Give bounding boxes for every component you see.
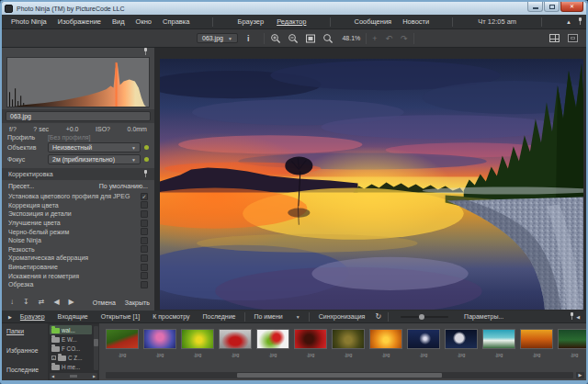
- scroll-right-icon[interactable]: ▶: [576, 372, 584, 378]
- refresh-icon[interactable]: ↻: [371, 312, 385, 321]
- thumbnail[interactable]: .jpg: [520, 329, 553, 357]
- cb-row-exposure[interactable]: Экспозиция и детали: [8, 209, 148, 219]
- panel-pin-icon[interactable]: [143, 48, 148, 56]
- thumbnail[interactable]: .jpg: [294, 329, 327, 357]
- nav-favorites[interactable]: Избранное: [6, 347, 48, 354]
- default-button[interactable]: По умолчанию...: [99, 183, 148, 189]
- cb-row-color-enhance[interactable]: Улучшение цвета: [8, 219, 148, 228]
- file-selector[interactable]: 063.jpg ▼: [197, 33, 238, 43]
- maximize-button[interactable]: [544, 2, 560, 12]
- filename-field[interactable]: 063.jpg: [6, 111, 151, 121]
- checkbox[interactable]: [141, 201, 148, 209]
- thumbnail-image[interactable]: [407, 329, 440, 349]
- zoom-out-icon[interactable]: [288, 33, 299, 44]
- lens-select[interactable]: Неизвестный ▼: [48, 142, 141, 152]
- zoom-level[interactable]: 48.1%: [342, 35, 360, 41]
- checkbox[interactable]: [141, 272, 148, 279]
- checkbox[interactable]: [141, 254, 148, 262]
- scroll-thumb[interactable]: [70, 375, 77, 378]
- thumbnail-image[interactable]: [332, 329, 365, 349]
- checkbox[interactable]: [141, 228, 148, 235]
- thumbnail-image[interactable]: [520, 329, 553, 349]
- menu-window[interactable]: Окно: [130, 17, 157, 26]
- focus-select[interactable]: 2м (приблизительно) ▼: [48, 154, 141, 164]
- close-panel-button[interactable]: Закрыть: [125, 299, 150, 306]
- scroll-thumb[interactable]: [94, 339, 98, 346]
- cb-row-color-correction[interactable]: Коррекция цвета: [8, 201, 148, 210]
- thumbnail-image[interactable]: [445, 329, 478, 349]
- thumbnail-scrollbar[interactable]: [106, 372, 573, 378]
- folder-row[interactable]: F CO...: [50, 344, 92, 353]
- scroll-right-icon[interactable]: ▶: [93, 374, 96, 378]
- thumbnail[interactable]: .jpg: [143, 329, 176, 357]
- cb-row-jpeg-profile[interactable]: Установка цветового профиля для JPEG✓: [8, 192, 148, 201]
- thumbnail-image[interactable]: [558, 329, 586, 349]
- checkbox[interactable]: ✓: [141, 193, 148, 200]
- thumbnail-image[interactable]: [181, 329, 214, 349]
- tab-browser[interactable]: Браузер: [232, 17, 271, 26]
- thumbnail-image[interactable]: [294, 329, 327, 349]
- scroll-thumb[interactable]: [237, 373, 443, 378]
- menu-view[interactable]: Вид: [107, 17, 130, 26]
- btab-review[interactable]: К просмотру: [146, 313, 196, 320]
- pin-icon[interactable]: [578, 17, 582, 26]
- btab-incoming[interactable]: Входящие: [51, 313, 95, 320]
- thumbnail[interactable]: .jpg: [558, 329, 586, 357]
- next-icon[interactable]: ▶: [69, 299, 74, 306]
- thumb-size-slider[interactable]: [401, 316, 448, 318]
- nav-folders[interactable]: Папки: [6, 328, 48, 334]
- compare-icon[interactable]: ⇄: [39, 299, 45, 306]
- redo-icon[interactable]: ↷: [401, 34, 408, 43]
- cb-row-distortion[interactable]: Искажения и геометрия: [8, 271, 148, 280]
- thumbnail[interactable]: .jpg: [181, 329, 214, 357]
- checkbox[interactable]: [141, 220, 148, 227]
- thumbnail-image[interactable]: [369, 329, 402, 349]
- cb-row-chromatic[interactable]: Хроматическая аберрация: [8, 254, 148, 263]
- checkbox[interactable]: [141, 281, 148, 288]
- grid-view-icon[interactable]: [549, 34, 560, 42]
- thumbnail-image[interactable]: [143, 329, 176, 349]
- cb-row-vignette[interactable]: Виньетирование: [8, 263, 148, 272]
- prev-icon[interactable]: ◀: [53, 299, 59, 306]
- minimize-button[interactable]: [527, 2, 543, 12]
- preset-button[interactable]: Пресет...: [8, 183, 34, 189]
- thumbnail[interactable]: .jpg: [106, 329, 139, 357]
- checkbox[interactable]: [141, 264, 148, 271]
- close-button[interactable]: ✕: [560, 2, 583, 12]
- btab-open[interactable]: Открытые [1]: [95, 313, 147, 320]
- menu-messages[interactable]: Сообщения: [348, 17, 397, 26]
- info-icon[interactable]: i: [238, 34, 259, 43]
- thumbnail[interactable]: .jpg: [332, 329, 365, 357]
- thumbnail[interactable]: .jpg: [219, 329, 252, 357]
- browser-pin-icon[interactable]: [570, 312, 574, 321]
- thumbnail[interactable]: .jpg: [256, 329, 289, 357]
- folder-row[interactable]: H me...: [50, 362, 92, 371]
- btab-recent[interactable]: Последние: [196, 313, 242, 320]
- cb-row-noise-ninja[interactable]: Noise Ninja: [8, 236, 148, 245]
- save-as-icon[interactable]: ↧: [23, 299, 29, 306]
- photo-canvas[interactable]: [160, 59, 583, 310]
- btab-browser[interactable]: Браузер: [14, 313, 51, 320]
- collapse-left-icon[interactable]: ◀: [574, 314, 582, 320]
- thumbnail-image[interactable]: [256, 329, 289, 349]
- menu-image[interactable]: Изображение: [52, 17, 107, 26]
- sync-button[interactable]: Синхронизация: [312, 313, 372, 320]
- folder-row-selected[interactable]: wal...: [50, 325, 92, 334]
- checkbox[interactable]: [141, 237, 148, 244]
- folder-row[interactable]: E W...: [50, 334, 92, 344]
- collapse-icon[interactable]: ▲: [560, 19, 578, 25]
- menu-help[interactable]: Справка: [157, 17, 195, 26]
- thumbnail[interactable]: .jpg: [407, 329, 440, 357]
- zoom-fit-icon[interactable]: [305, 33, 316, 44]
- menu-photo-ninja[interactable]: Photo Ninja: [6, 17, 52, 26]
- scroll-left-icon[interactable]: ◀: [51, 374, 54, 378]
- folder-scrollbar[interactable]: [94, 326, 98, 370]
- folder-hscrollbar[interactable]: ◀ ▶: [50, 373, 97, 379]
- move-tool-icon[interactable]: +: [372, 34, 377, 43]
- expand-browser-icon[interactable]: ▶: [6, 314, 14, 320]
- zoom-level-icon[interactable]: [322, 33, 334, 44]
- cb-row-bw-mode[interactable]: Черно-белый режим: [8, 227, 148, 236]
- cb-row-crop[interactable]: Обрезка: [8, 280, 148, 289]
- cancel-button[interactable]: Отмена: [93, 299, 116, 306]
- menu-news[interactable]: Новости: [397, 17, 435, 26]
